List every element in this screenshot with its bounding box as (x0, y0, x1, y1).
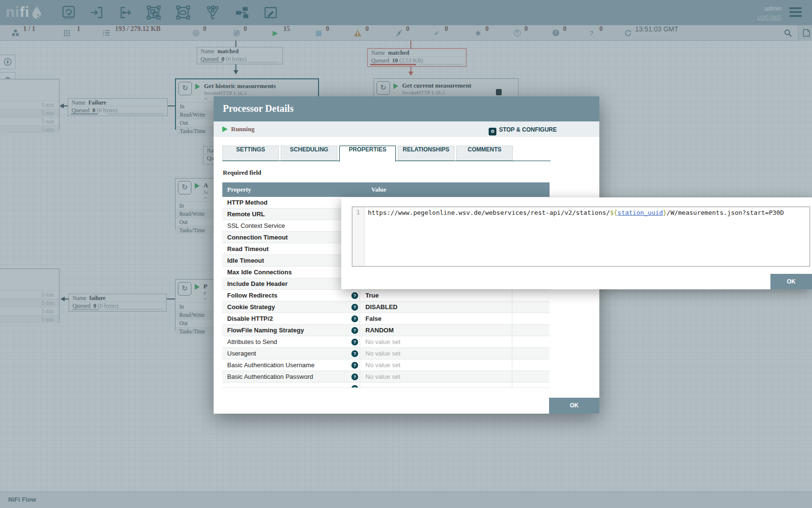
table-header: Property Value (222, 182, 550, 197)
dialog-status-row: Running ⚙STOP & CONFIGURE (214, 121, 599, 137)
table-row-partial[interactable]: ? (222, 383, 550, 388)
table-row[interactable]: Basic Authentication Username?No value s… (222, 359, 550, 371)
table-row[interactable]: Useragent?No value set (222, 348, 550, 359)
help-icon[interactable]: ? (351, 327, 358, 334)
value-editor: 1 https://www.pegelonline.wsv.de/webserv… (352, 207, 810, 267)
tab-scheduling[interactable]: SCHEDULING (281, 146, 337, 161)
table-row[interactable]: Cookie Strategy?DISABLED (222, 301, 550, 313)
editor-ok-button[interactable]: OK (770, 274, 812, 289)
dialog-title: Processor Details (223, 103, 293, 114)
stop-and-configure-button[interactable]: ⚙STOP & CONFIGURE (489, 125, 557, 134)
help-icon[interactable]: ? (351, 292, 358, 299)
nifi-app: nifi admin LOG OUT 1 / 1 1 193 / 279.12 … (0, 0, 812, 508)
help-icon[interactable]: ? (351, 339, 358, 345)
expression-variable: station_uuid (618, 209, 663, 216)
remote-url-value-input[interactable]: https://www.pegelonline.wsv.de/webservic… (368, 209, 808, 216)
help-icon[interactable]: ? (351, 304, 358, 311)
editor-line-number-gutter: 1 (352, 207, 364, 266)
value-column-header: Value (371, 182, 386, 197)
table-row[interactable]: Basic Authentication Password?No value s… (222, 371, 550, 383)
table-row[interactable]: Attributes to Send?No value set (222, 336, 550, 348)
dialog-ok-button[interactable]: OK (549, 398, 599, 414)
help-icon[interactable]: ? (351, 315, 358, 322)
expression-open-brace: ${ (610, 209, 618, 216)
property-column-header: Property (227, 182, 251, 197)
table-row[interactable]: Follow Redirects?True (222, 290, 550, 301)
tab-settings[interactable]: SETTINGS (222, 146, 279, 161)
required-field-note: Required field (223, 169, 261, 177)
table-row[interactable]: Disable HTTP/2?False (222, 313, 550, 325)
stop-configure-gear-icon: ⚙ (489, 128, 496, 135)
tab-comments[interactable]: COMMENTS (456, 146, 513, 161)
running-status-icon (222, 126, 228, 132)
tab-properties[interactable]: PROPERTIES (339, 146, 396, 162)
help-icon[interactable]: ? (351, 362, 358, 369)
tab-relationships[interactable]: RELATIONSHIPS (398, 146, 454, 161)
dialog-header: Processor Details (214, 96, 599, 121)
running-status-label: Running (231, 125, 254, 133)
table-row[interactable]: FlowFile Naming Strategy?RANDOM (222, 325, 550, 336)
property-value-editor-popup: 1 https://www.pegelonline.wsv.de/webserv… (341, 197, 812, 289)
help-icon[interactable]: ? (351, 350, 358, 357)
help-icon[interactable]: ? (351, 374, 358, 380)
